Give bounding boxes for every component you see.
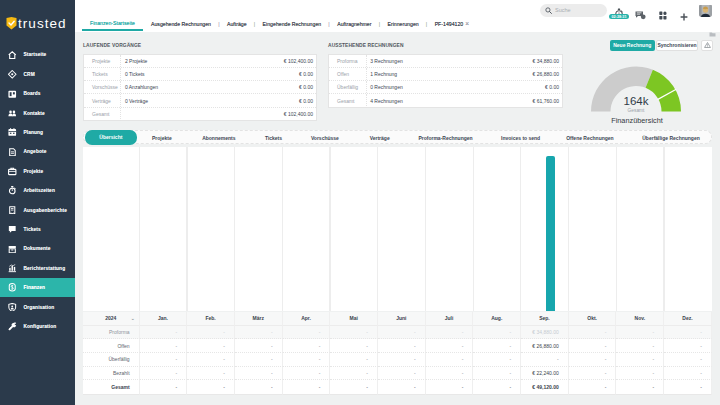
svg-text:Gesamt: Gesamt [628,108,645,113]
svg-text:164k: 164k [624,95,649,107]
